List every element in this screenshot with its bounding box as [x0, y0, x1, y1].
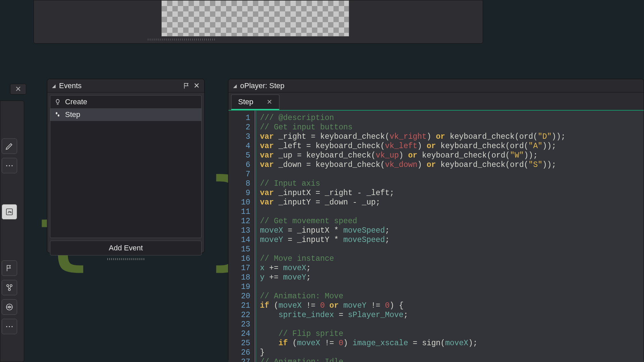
code-tab-label: Step — [238, 98, 253, 106]
collapse-icon[interactable]: ◢ — [52, 83, 56, 88]
event-label: Step — [65, 110, 80, 119]
close-icon[interactable]: ✕ — [194, 81, 200, 90]
code-panel-header[interactable]: ◢ oPlayer: Step — [228, 79, 644, 93]
sprite-timeline-panel — [34, 0, 483, 44]
code-area[interactable]: 1234567891011121314151617181920212223242… — [228, 111, 644, 362]
line-gutter: 1234567891011121314151617181920212223242… — [228, 111, 254, 362]
edit-sprite-button[interactable] — [2, 204, 17, 220]
add-event-label: Add Event — [109, 244, 143, 252]
events-panel-header[interactable]: ◢ Events ✕ — [47, 79, 204, 93]
code-editor-panel: ◢ oPlayer: Step Step ✕ 12345678910111213… — [228, 79, 644, 362]
left-panel-close[interactable]: ✕ — [10, 84, 26, 95]
collapse-icon[interactable]: ◢ — [233, 83, 237, 88]
code-tabbar: Step ✕ — [228, 93, 644, 111]
svg-point-6 — [58, 114, 59, 117]
more-bottom-icon[interactable]: ⋯ — [2, 319, 17, 334]
footsteps-icon — [54, 111, 61, 118]
brush-tool-icon[interactable] — [2, 138, 17, 154]
timeline-ruler[interactable] — [148, 39, 215, 41]
event-label: Create — [65, 98, 87, 106]
gutter-strip — [254, 111, 257, 362]
event-item-step[interactable]: Step — [50, 108, 201, 121]
flag-icon[interactable] — [183, 82, 190, 89]
code-title: oPlayer: Step — [240, 81, 639, 90]
parent-tool-icon[interactable] — [2, 280, 17, 295]
events-panel: ◢ Events ✕ Create Step Add Event — [47, 79, 205, 253]
events-title: Events — [59, 81, 179, 90]
sprite-canvas[interactable] — [161, 0, 349, 37]
svg-point-5 — [56, 112, 57, 115]
event-item-create[interactable]: Create — [50, 96, 201, 108]
flag-tool-icon[interactable] — [2, 260, 17, 276]
close-tab-icon[interactable]: ✕ — [267, 98, 272, 106]
svg-point-2 — [10, 285, 12, 287]
add-event-button[interactable]: Add Event — [50, 241, 202, 255]
more-tool-icon[interactable]: ⋯ — [2, 158, 17, 173]
code-text[interactable]: /// @description// Get input buttonsvar … — [257, 111, 644, 362]
resize-grip[interactable] — [107, 258, 144, 260]
events-list: Create Step — [50, 95, 202, 238]
code-tab-step[interactable]: Step ✕ — [231, 95, 279, 110]
tool-strip: ⋯ ⋯ — [0, 101, 24, 362]
svg-point-3 — [8, 289, 10, 291]
physics-tool-icon[interactable] — [2, 299, 17, 315]
svg-point-1 — [7, 285, 9, 287]
lightbulb-icon — [54, 99, 61, 105]
